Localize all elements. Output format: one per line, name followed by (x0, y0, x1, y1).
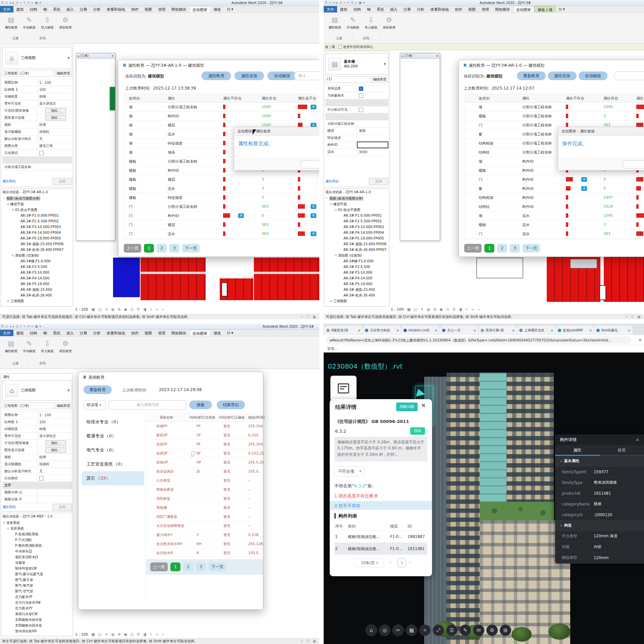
category-item[interactable]: 工艺管道系统（0） (82, 457, 144, 471)
table-row[interactable]: 生活热水回水RH RH 暂无 255,128, (146, 539, 263, 548)
tree-item[interactable]: AR-3#-F3-10.000-FP003 (324, 224, 389, 230)
prev-page-icon[interactable]: ‹ (389, 560, 391, 565)
apply-button[interactable]: 应用 (53, 504, 72, 511)
status-bar-icons[interactable]: ▿ ⛉ ▦ (301, 639, 317, 643)
ribbon-tab[interactable]: 建筑 (13, 6, 27, 12)
viewer-badge-card[interactable] (330, 376, 357, 401)
table-row[interactable]: 门流水 0≣ 363 363≣ (124, 229, 317, 238)
apply-button[interactable]: 应用 (369, 178, 388, 185)
ribbon-tab[interactable]: 分析 (90, 6, 104, 12)
tree-item[interactable]: 中水供水ZJ (1, 548, 73, 554)
tab-close-icon[interactable]: ✕ (589, 329, 592, 332)
tab-properties[interactable]: 属性 (555, 445, 600, 456)
ribbon-tool-button[interactable]: ✎手动赋值 (20, 15, 38, 30)
view-type-combo[interactable]: 三维视图: (三维) (2, 70, 53, 77)
property-row[interactable]: 比例值 1:100 (2, 419, 72, 426)
status-bar-icons[interactable]: ▿ ⛉ ▦ (626, 315, 642, 319)
tab-close-icon[interactable]: ✕ (358, 329, 361, 332)
edit-type-button[interactable]: 编辑类型 (55, 402, 72, 409)
tree-item[interactable]: ⌐视图 (标高与视图分类) (324, 196, 389, 201)
tab-close-icon[interactable]: ✕ (551, 329, 553, 332)
tree-item[interactable]: ⊟原始图 (仅复制) (1, 253, 73, 258)
ribbon-tab[interactable]: 文件 (0, 330, 13, 336)
assign-value-icon[interactable]: ≣ (238, 213, 244, 218)
properties-help-link[interactable]: 属性帮助 (2, 505, 16, 509)
dialog-action-button[interactable]: 重新检查 (517, 71, 546, 80)
assign-value-icon[interactable]: ≣ (581, 177, 587, 182)
ribbon-tab[interactable]: 体量和场地 (104, 6, 128, 12)
status-bar-icons[interactable]: ▿ ⛉ ▦ (301, 315, 317, 319)
tree-item[interactable]: AR-3#-F4-14.500 (1, 275, 73, 281)
checkbox-concentric[interactable] (338, 45, 342, 49)
tree-expand-icon[interactable]: ⊟ (6, 300, 10, 303)
tree-item[interactable]: ⊟三维视图 (1, 298, 73, 304)
tree-expand-icon[interactable]: ⌐ (2, 197, 6, 200)
property-row[interactable] (325, 99, 388, 106)
tree-item[interactable]: 低区生活给水J1 (1, 554, 73, 560)
property-row[interactable]: 构件ID (325, 142, 388, 149)
tree-item[interactable]: AR-3#-F5-19.000 (1, 281, 73, 287)
assign-value-icon[interactable]: ≣ (311, 204, 316, 209)
tree-item[interactable]: 压力污水排水YW (1, 600, 73, 605)
property-row[interactable]: 零件可见性显示原状态 (2, 100, 72, 107)
prev-page-button[interactable]: 上一页 (150, 562, 168, 571)
property-row[interactable]: 中心标记可见 (325, 106, 388, 113)
ribbon-tool-button[interactable]: ⚙系统检查 (380, 15, 398, 30)
property-row[interactable]: 规程协调 (2, 121, 72, 128)
tree-expand-icon[interactable]: ⊟ (334, 208, 337, 211)
tree-item[interactable]: 医气-空气管 (1, 588, 73, 594)
error-filter-combo[interactable]: 错误项 ▼ (84, 400, 106, 410)
page-button[interactable]: 3 (510, 244, 520, 253)
tab-materials[interactable]: 材质 (600, 445, 644, 456)
search-input[interactable]: 输入... (294, 71, 319, 80)
tree-expand-icon[interactable]: ⊟ (334, 254, 337, 257)
property-row[interactable]: 日光路径 (2, 150, 72, 157)
tree-expand-icon[interactable]: ⊟ (6, 203, 10, 206)
tree-item[interactable]: AR-3#-F1-0.000-FP001 (324, 213, 389, 218)
ribbon-tool-button[interactable]: ▤属性检查 (2, 15, 20, 30)
element-filter-combo[interactable]: (1) (325, 76, 370, 83)
tree-item[interactable]: AR-3#-屋面-23.450-FP006 (1, 241, 73, 247)
table-row[interactable]: 墙构件ID 0≣ 1040 0≣ (124, 112, 317, 121)
tree-item[interactable]: AR-3#-F3-10.000-FP003 (1, 224, 73, 230)
ribbon-tab[interactable]: 系统 (50, 6, 63, 12)
assign-value-icon[interactable]: ≣ (311, 213, 316, 218)
ribbon-tab[interactable]: 附加模块 (168, 330, 189, 336)
property-row[interactable]: 默认分析显示样式无 (2, 468, 72, 475)
ribbon-tab[interactable]: 管理 (479, 6, 492, 12)
ribbon-tab[interactable]: 注释 (77, 6, 90, 12)
table-row[interactable]: 楼板分部分项工程名称 0≣ 3 3 (465, 112, 644, 121)
table-row[interactable]: 墙分部分项工程名称 0≣ 1040 1040 (465, 103, 644, 112)
property-row[interactable]: 显示隐藏线按规程 (2, 461, 72, 468)
ribbon-tab[interactable]: 管理 (155, 330, 168, 336)
tree-item[interactable]: AR-3#-机房-26.400 (324, 292, 389, 298)
ribbon-tool-button[interactable]: ⇩导入赋值 (38, 338, 56, 354)
search-button[interactable]: 搜索 (189, 400, 212, 409)
type-selector[interactable]: ▤ 基本墙AQ-200 ▼ (325, 53, 388, 75)
table-row[interactable]: 加压送风JS JS 暂无 255,0, (146, 467, 263, 476)
tab-close-icon[interactable]: ✕ (512, 329, 515, 332)
property-row[interactable]: 视图分类建筑三维 (2, 143, 72, 150)
page-button[interactable]: 3 (169, 244, 179, 253)
table-row[interactable]: 楼板楼层 0≣ 3 0≣ (124, 175, 317, 184)
tab-close-icon[interactable]: ✕ (628, 329, 631, 332)
table-row[interactable]: 楼板特征描述 0≣ 3 0≣ (124, 193, 317, 202)
export-button[interactable]: 结果导出 (217, 400, 245, 409)
ribbon-tab[interactable]: 钢 (40, 330, 50, 336)
property-row[interactable]: 比例值 1:100 (2, 86, 72, 93)
property-row[interactable]: 与体量相关 (325, 92, 388, 99)
ribbon-tab[interactable]: 文件 (324, 6, 337, 12)
table-row[interactable]: 新风XF XF 暂无 0,255, (146, 431, 263, 440)
table-row[interactable]: 墙流水 0≣ 1040 1040 (465, 211, 644, 220)
table-row[interactable]: 智能化桥架 暂无 -- (146, 485, 263, 494)
properties-help-link[interactable]: 属性帮助 (2, 179, 16, 184)
tree-item[interactable]: ⊟01-组合平面图 (1, 207, 73, 213)
ribbon-tab[interactable]: 附加模块 (492, 6, 513, 12)
category-item[interactable]: 给排水专业（0） (82, 415, 144, 429)
property-row[interactable]: 视图比例1 : 100 (2, 412, 72, 419)
view-type-combo[interactable]: 三维视图: (三维) (2, 402, 53, 409)
search-input[interactable]: 输入搜索内容 (109, 400, 186, 410)
property-row[interactable]: 分部分项工程名称 (2, 164, 72, 171)
ribbon-tab[interactable]: 修改 (211, 6, 224, 12)
property-row[interactable]: 图形显示选项编辑... (2, 447, 72, 454)
